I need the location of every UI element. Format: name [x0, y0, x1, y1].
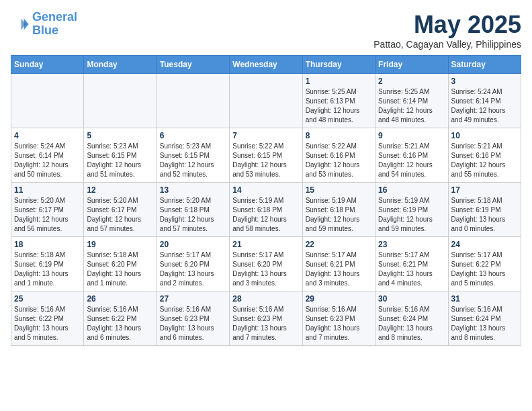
calendar-cell: 15Sunrise: 5:19 AM Sunset: 6:18 PM Dayli…: [302, 183, 375, 237]
logo-line2: Blue: [32, 24, 58, 37]
day-number: 20: [160, 240, 226, 249]
week-row-1: 1Sunrise: 5:25 AM Sunset: 6:13 PM Daylig…: [11, 74, 521, 128]
weekday-tuesday: Tuesday: [157, 56, 229, 74]
day-info: Sunrise: 5:18 AM Sunset: 6:20 PM Dayligh…: [87, 250, 153, 288]
weekday-header-row: SundayMondayTuesdayWednesdayThursdayFrid…: [11, 56, 521, 74]
day-info: Sunrise: 5:16 AM Sunset: 6:24 PM Dayligh…: [451, 305, 518, 342]
day-number: 18: [14, 240, 81, 249]
calendar-cell: 5Sunrise: 5:23 AM Sunset: 6:15 PM Daylig…: [84, 128, 157, 183]
calendar-cell: 17Sunrise: 5:18 AM Sunset: 6:19 PM Dayli…: [448, 183, 521, 237]
calendar-cell: 26Sunrise: 5:16 AM Sunset: 6:22 PM Dayli…: [84, 291, 157, 346]
day-info: Sunrise: 5:20 AM Sunset: 6:17 PM Dayligh…: [14, 196, 81, 234]
calendar-cell: 7Sunrise: 5:22 AM Sunset: 6:15 PM Daylig…: [230, 128, 302, 183]
logo-text: General Blue: [32, 11, 77, 38]
day-info: Sunrise: 5:23 AM Sunset: 6:15 PM Dayligh…: [87, 142, 153, 179]
calendar-cell: [11, 74, 84, 128]
weekday-monday: Monday: [84, 56, 157, 74]
weekday-friday: Friday: [375, 56, 448, 74]
calendar-cell: 25Sunrise: 5:16 AM Sunset: 6:22 PM Dayli…: [11, 291, 84, 346]
calendar-cell: 3Sunrise: 5:24 AM Sunset: 6:14 PM Daylig…: [448, 74, 521, 128]
calendar-cell: 8Sunrise: 5:22 AM Sunset: 6:16 PM Daylig…: [302, 128, 375, 183]
calendar-cell: 9Sunrise: 5:21 AM Sunset: 6:16 PM Daylig…: [375, 128, 448, 183]
day-number: 12: [87, 185, 153, 195]
day-info: Sunrise: 5:19 AM Sunset: 6:18 PM Dayligh…: [232, 196, 299, 234]
day-number: 19: [87, 240, 153, 249]
day-number: 14: [232, 185, 299, 195]
day-number: 11: [14, 185, 81, 195]
day-info: Sunrise: 5:16 AM Sunset: 6:23 PM Dayligh…: [306, 305, 372, 342]
day-number: 4: [14, 131, 81, 140]
day-info: Sunrise: 5:21 AM Sunset: 6:16 PM Dayligh…: [451, 142, 518, 179]
weekday-wednesday: Wednesday: [230, 56, 302, 74]
logo: General Blue: [11, 11, 77, 38]
day-number: 5: [87, 131, 153, 140]
day-info: Sunrise: 5:16 AM Sunset: 6:22 PM Dayligh…: [87, 305, 153, 342]
calendar-header: SundayMondayTuesdayWednesdayThursdayFrid…: [11, 56, 521, 74]
day-number: 16: [378, 185, 445, 195]
day-info: Sunrise: 5:16 AM Sunset: 6:23 PM Dayligh…: [160, 305, 226, 342]
calendar-cell: [84, 74, 157, 128]
day-number: 17: [451, 185, 518, 195]
day-number: 3: [451, 77, 518, 86]
location-title: Pattao, Cagayan Valley, Philippines: [373, 39, 521, 50]
calendar-cell: 24Sunrise: 5:17 AM Sunset: 6:22 PM Dayli…: [448, 237, 521, 291]
day-number: 24: [451, 240, 518, 249]
day-info: Sunrise: 5:16 AM Sunset: 6:22 PM Dayligh…: [14, 305, 81, 342]
day-info: Sunrise: 5:17 AM Sunset: 6:20 PM Dayligh…: [160, 250, 226, 288]
calendar-cell: 12Sunrise: 5:20 AM Sunset: 6:17 PM Dayli…: [84, 183, 157, 237]
day-number: 7: [232, 131, 299, 140]
calendar-cell: 27Sunrise: 5:16 AM Sunset: 6:23 PM Dayli…: [157, 291, 229, 346]
day-info: Sunrise: 5:25 AM Sunset: 6:13 PM Dayligh…: [306, 87, 372, 125]
day-info: Sunrise: 5:22 AM Sunset: 6:16 PM Dayligh…: [306, 142, 372, 179]
calendar-cell: 2Sunrise: 5:25 AM Sunset: 6:14 PM Daylig…: [375, 74, 448, 128]
logo-line1: General: [32, 10, 77, 24]
calendar-table: SundayMondayTuesdayWednesdayThursdayFrid…: [11, 55, 521, 346]
day-info: Sunrise: 5:20 AM Sunset: 6:18 PM Dayligh…: [160, 196, 226, 234]
calendar-cell: 30Sunrise: 5:16 AM Sunset: 6:24 PM Dayli…: [375, 291, 448, 346]
day-info: Sunrise: 5:19 AM Sunset: 6:19 PM Dayligh…: [378, 196, 445, 234]
title-area: May 2025 Pattao, Cagayan Valley, Philipp…: [373, 11, 521, 50]
day-number: 21: [232, 240, 299, 249]
calendar-cell: 29Sunrise: 5:16 AM Sunset: 6:23 PM Dayli…: [302, 291, 375, 346]
day-number: 28: [232, 294, 299, 304]
day-number: 1: [306, 77, 372, 86]
calendar-cell: 11Sunrise: 5:20 AM Sunset: 6:17 PM Dayli…: [11, 183, 84, 237]
calendar-cell: 20Sunrise: 5:17 AM Sunset: 6:20 PM Dayli…: [157, 237, 229, 291]
day-number: 13: [160, 185, 226, 195]
calendar-cell: 23Sunrise: 5:17 AM Sunset: 6:21 PM Dayli…: [375, 237, 448, 291]
day-info: Sunrise: 5:25 AM Sunset: 6:14 PM Dayligh…: [378, 87, 445, 125]
day-info: Sunrise: 5:16 AM Sunset: 6:23 PM Dayligh…: [232, 305, 299, 342]
calendar-body: 1Sunrise: 5:25 AM Sunset: 6:13 PM Daylig…: [11, 74, 521, 346]
day-info: Sunrise: 5:18 AM Sunset: 6:19 PM Dayligh…: [14, 250, 81, 288]
day-info: Sunrise: 5:16 AM Sunset: 6:24 PM Dayligh…: [378, 305, 445, 342]
day-info: Sunrise: 5:18 AM Sunset: 6:19 PM Dayligh…: [451, 196, 518, 234]
day-info: Sunrise: 5:23 AM Sunset: 6:15 PM Dayligh…: [160, 142, 226, 179]
day-info: Sunrise: 5:22 AM Sunset: 6:15 PM Dayligh…: [232, 142, 299, 179]
day-number: 25: [14, 294, 81, 304]
calendar-cell: 10Sunrise: 5:21 AM Sunset: 6:16 PM Dayli…: [448, 128, 521, 183]
calendar-cell: 16Sunrise: 5:19 AM Sunset: 6:19 PM Dayli…: [375, 183, 448, 237]
day-info: Sunrise: 5:21 AM Sunset: 6:16 PM Dayligh…: [378, 142, 445, 179]
day-number: 23: [378, 240, 445, 249]
day-number: 22: [306, 240, 372, 249]
day-number: 31: [451, 294, 518, 304]
calendar-cell: 21Sunrise: 5:17 AM Sunset: 6:20 PM Dayli…: [230, 237, 302, 291]
day-info: Sunrise: 5:17 AM Sunset: 6:20 PM Dayligh…: [232, 250, 299, 288]
week-row-4: 18Sunrise: 5:18 AM Sunset: 6:19 PM Dayli…: [11, 237, 521, 291]
calendar-cell: 14Sunrise: 5:19 AM Sunset: 6:18 PM Dayli…: [230, 183, 302, 237]
day-info: Sunrise: 5:24 AM Sunset: 6:14 PM Dayligh…: [451, 87, 518, 125]
calendar-cell: 28Sunrise: 5:16 AM Sunset: 6:23 PM Dayli…: [230, 291, 302, 346]
calendar-cell: 1Sunrise: 5:25 AM Sunset: 6:13 PM Daylig…: [302, 74, 375, 128]
day-number: 9: [378, 131, 445, 140]
day-number: 6: [160, 131, 226, 140]
day-info: Sunrise: 5:17 AM Sunset: 6:21 PM Dayligh…: [306, 250, 372, 288]
week-row-3: 11Sunrise: 5:20 AM Sunset: 6:17 PM Dayli…: [11, 183, 521, 237]
day-number: 8: [306, 131, 372, 140]
day-info: Sunrise: 5:17 AM Sunset: 6:21 PM Dayligh…: [378, 250, 445, 288]
week-row-2: 4Sunrise: 5:24 AM Sunset: 6:14 PM Daylig…: [11, 128, 521, 183]
calendar-cell: 6Sunrise: 5:23 AM Sunset: 6:15 PM Daylig…: [157, 128, 229, 183]
day-number: 15: [306, 185, 372, 195]
day-number: 10: [451, 131, 518, 140]
calendar-cell: 22Sunrise: 5:17 AM Sunset: 6:21 PM Dayli…: [302, 237, 375, 291]
day-number: 29: [306, 294, 372, 304]
